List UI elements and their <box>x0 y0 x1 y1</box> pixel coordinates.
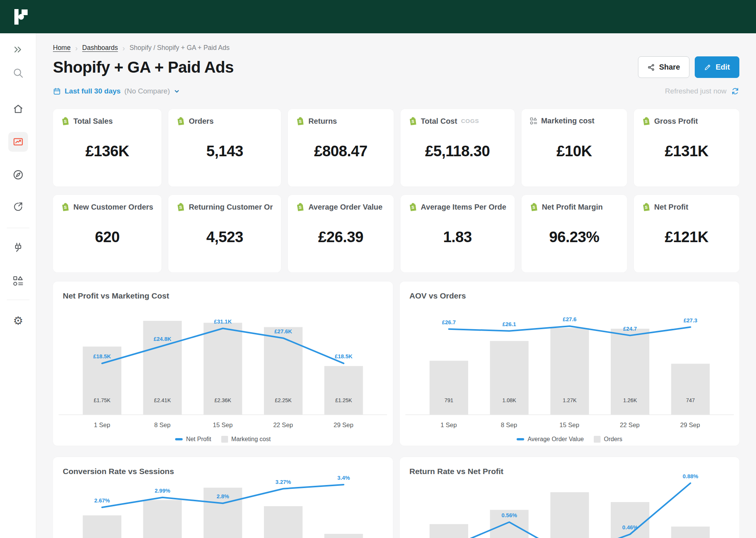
svg-text:S: S <box>64 119 67 124</box>
edit-button[interactable]: Edit <box>695 56 739 78</box>
kpi-value: £10K <box>530 125 619 179</box>
kpi-card: S Total Cost COGS £5,118.30 <box>401 109 515 187</box>
chart-plot: 7911.08K1.27K1.26K747£26.7£26.1£27.6£24.… <box>400 303 740 421</box>
line-value-label: £24.8K <box>154 336 171 342</box>
chart-x-axis: 1 Sep8 Sep15 Sep22 Sep29 Sep <box>53 421 393 432</box>
shopify-bag-icon: S <box>530 202 538 211</box>
shopify-bag-icon: S <box>296 202 304 211</box>
bar <box>671 527 709 538</box>
breadcrumb-current: Shopify / Shopify + GA + Paid Ads <box>129 44 230 52</box>
legend-item[interactable]: Marketing cost <box>221 436 271 443</box>
chart-legend: Average Order ValueOrders <box>400 436 740 443</box>
legend-item[interactable]: Average Order Value <box>517 436 584 443</box>
kpi-card: S Marketing cost £10K <box>522 109 627 187</box>
sidebar-item-home[interactable] <box>12 103 24 115</box>
legend-bar-swatch <box>594 436 601 443</box>
external-link-circle-icon <box>12 201 24 212</box>
kpi-card: S New Customer Orders 620 <box>53 195 161 272</box>
date-range-label: Last full 30 days <box>65 87 121 95</box>
svg-text:S: S <box>299 205 301 210</box>
sidebar-item-integrations[interactable] <box>12 242 24 253</box>
chart-canvas: 2.67%2.99%2.8%3.27%3.4% <box>59 478 387 538</box>
chart-title: Net Profit vs Marketing Cost <box>53 281 393 303</box>
breadcrumb-home-link[interactable]: Home <box>53 44 71 52</box>
share-button[interactable]: Share <box>638 56 690 78</box>
sidebar-item-dashboards-active[interactable] <box>8 132 28 152</box>
bar <box>429 524 468 538</box>
bar-value-label: 1.27K <box>562 397 576 403</box>
bar-value-label: £1.75K <box>94 397 111 403</box>
legend-line-swatch <box>517 438 524 440</box>
chart-plot: 2.67%2.99%2.8%3.27%3.4% <box>53 478 393 538</box>
svg-text:S: S <box>411 205 414 210</box>
edit-button-label: Edit <box>716 63 730 72</box>
kpi-card: S Net Profit £121K <box>634 195 739 272</box>
kpi-title: New Customer Orders <box>73 203 153 211</box>
kpi-value: 4,523 <box>177 211 273 265</box>
kpi-title: Total Sales <box>73 117 113 126</box>
line-value-label: £26.7 <box>442 319 455 325</box>
chart-card: Return Rate vs Net Profit 0.56%0.46%0.88… <box>400 457 740 538</box>
x-tick-label: 1 Sep <box>418 421 479 429</box>
bar <box>429 361 468 415</box>
line-value-label: £24.7 <box>623 326 636 332</box>
legend-label: Marketing cost <box>231 436 271 443</box>
kpi-value: £136K <box>61 126 153 179</box>
bar-value-label: £2.36K <box>214 397 231 403</box>
bar-value-label: £2.41K <box>154 397 171 403</box>
sidebar-item-elements[interactable] <box>13 276 23 286</box>
sidebar-item-settings[interactable]: ⚙ <box>13 315 23 327</box>
bar <box>83 515 121 538</box>
legend-label: Net Profit <box>186 436 211 443</box>
line-value-label: 0.88% <box>683 473 698 479</box>
chevron-down-icon <box>174 88 180 95</box>
date-compare-label: (No Compare) <box>124 87 170 95</box>
date-range-selector[interactable]: Last full 30 days (No Compare) <box>53 87 180 95</box>
bar-value-label: 747 <box>686 397 695 403</box>
legend-item[interactable]: Net Profit <box>175 436 211 443</box>
kpi-title: Orders <box>189 117 214 126</box>
legend-item[interactable]: Orders <box>594 436 622 443</box>
svg-text:S: S <box>64 205 67 210</box>
kpi-title: Returning Customer Or <box>189 203 273 211</box>
kpi-card: S Average Items Per Orde 1.83 <box>401 195 515 272</box>
refresh-status-text: Refreshed just now <box>665 87 727 95</box>
line-value-label: 0.56% <box>501 512 517 518</box>
kpi-title: Marketing cost <box>541 117 595 125</box>
bar <box>671 364 709 415</box>
chart-plot: 0.56%0.46%0.88% <box>400 478 740 538</box>
x-tick-label: 15 Sep <box>192 421 253 429</box>
svg-text:S: S <box>645 119 647 124</box>
refresh-icon[interactable] <box>731 87 739 95</box>
line-value-label: £27.3 <box>683 317 697 323</box>
chart-card: Net Profit vs Marketing Cost £1.75K£2.41… <box>53 281 393 446</box>
sidebar-item-export[interactable] <box>12 201 24 212</box>
kpi-title: Net Profit Margin <box>542 203 603 211</box>
shopify-bag-icon: S <box>177 202 185 211</box>
app-logo-icon[interactable] <box>14 8 30 25</box>
bar <box>324 366 363 415</box>
sidebar-expand-button[interactable] <box>12 45 24 54</box>
svg-text:S: S <box>179 119 182 124</box>
kpi-suffix: COGS <box>461 118 479 124</box>
sidebar-item-explore[interactable] <box>12 169 24 181</box>
kpi-grid: S Total Sales £136K S <box>53 109 739 272</box>
line-value-label: £27.6 <box>563 316 576 322</box>
x-tick-label: 22 Sep <box>599 421 660 429</box>
kpi-value: 96.23% <box>530 211 619 265</box>
share-button-label: Share <box>659 63 680 72</box>
kpi-title: Average Items Per Orde <box>421 203 506 211</box>
line-value-label: 2.67% <box>94 498 110 504</box>
chart-canvas: 7911.08K1.27K1.26K747£26.7£26.1£27.6£24.… <box>405 303 734 421</box>
line-value-label: 3.27% <box>275 479 291 485</box>
svg-text:S: S <box>645 205 647 210</box>
kpi-card: S Gross Profit £131K <box>634 109 739 187</box>
bar-value-label: £1.25K <box>335 397 352 403</box>
breadcrumb-dashboards-link[interactable]: Dashboards <box>82 44 118 52</box>
breadcrumb: Home › Dashboards › Shopify / Shopify + … <box>53 44 739 52</box>
bar <box>490 341 528 415</box>
sidebar-item-search[interactable] <box>12 67 24 79</box>
sidebar-divider <box>7 228 29 228</box>
chart-card: AOV vs Orders 7911.08K1.27K1.26K747£26.7… <box>400 281 740 446</box>
x-tick-label: 22 Sep <box>253 421 314 429</box>
